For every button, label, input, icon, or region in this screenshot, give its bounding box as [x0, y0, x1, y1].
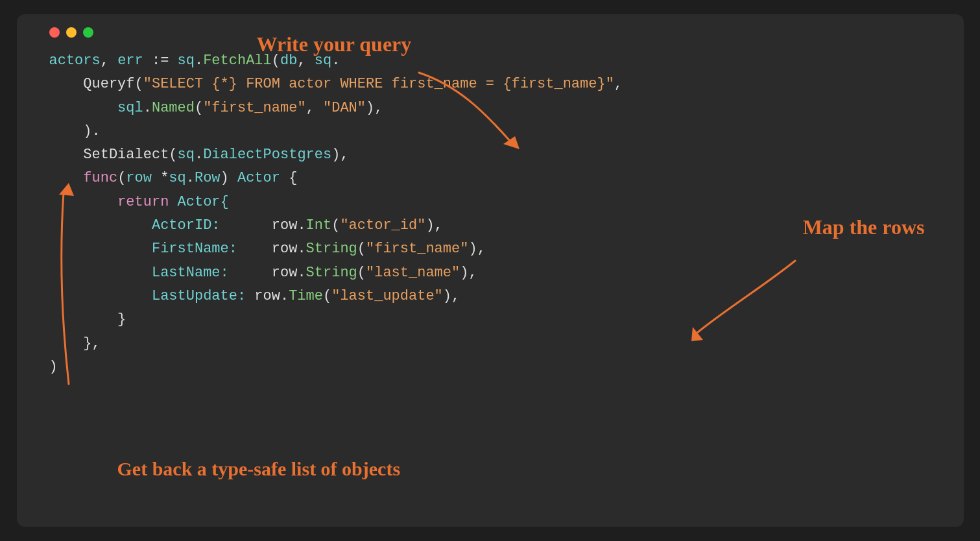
code-line-1: Queryf("SELECT {*} FROM actor WHERE firs… [49, 73, 931, 96]
code-token [49, 170, 84, 186]
code-token: ActorID: [49, 217, 246, 234]
code-token: FetchAll [203, 53, 272, 69]
code-token: "DAN" [323, 100, 366, 116]
annotation-type-safe: Get back a type-safe list of objects [117, 458, 401, 480]
code-token: . [195, 147, 203, 163]
code-token: DialectPostgres [203, 147, 331, 163]
code-token: Actor{ [169, 194, 228, 210]
code-token: . [297, 241, 305, 257]
code-line-4: SetDialect(sq.DialectPostgres), [49, 143, 931, 167]
code-token: Named [152, 100, 195, 116]
code-token: , [101, 53, 117, 69]
code-token: ), [331, 147, 348, 163]
code-line-13: ) [49, 355, 931, 379]
code-token: , [306, 100, 323, 116]
code-token: ), [468, 241, 485, 257]
code-token: "SELECT {*} FROM actor WHERE first_name … [143, 76, 614, 92]
code-token: row [246, 217, 297, 234]
code-token: ) [221, 170, 237, 186]
main-window: actors, err := sq.FetchAll(db, sq. Query… [17, 14, 964, 527]
code-token: Queryf( [49, 76, 143, 92]
code-token: sq [169, 170, 185, 186]
code-line-9: LastName: row.String("last_name"), [49, 261, 931, 285]
code-token: . [195, 53, 203, 69]
code-token: String [306, 241, 357, 257]
code-token: ), [425, 217, 442, 234]
code-token: "actor_id" [340, 217, 425, 234]
code-token: ( [323, 288, 331, 304]
code-token: ), [460, 265, 477, 281]
code-line-6: return Actor{ [49, 191, 931, 214]
code-token: { [280, 170, 297, 186]
code-line-5: func(row *sq.Row) Actor { [49, 167, 931, 190]
code-token: := [143, 53, 178, 69]
code-token: ) [49, 359, 58, 375]
code-token: . [280, 288, 289, 304]
code-token: ( [357, 241, 366, 257]
code-token: func [83, 170, 117, 186]
code-token: db [280, 53, 297, 69]
code-token: ( [331, 217, 340, 234]
code-token [49, 194, 118, 210]
code-token: sq [315, 53, 331, 69]
code-line-8: FirstName: row.String("first_name"), [49, 237, 931, 261]
code-token: ). [49, 123, 101, 139]
code-token: . [297, 265, 305, 281]
code-token: Actor [237, 170, 280, 186]
code-token: row [246, 288, 280, 304]
code-token: actors [49, 53, 101, 69]
code-token: "last_update" [331, 288, 443, 304]
code-token: FirstName: [49, 241, 246, 257]
code-line-3: ). [49, 120, 931, 143]
traffic-lights [49, 27, 931, 38]
code-line-7: ActorID: row.Int("actor_id"), [49, 214, 931, 237]
maximize-button[interactable] [83, 27, 93, 38]
code-token: sq [178, 147, 195, 163]
code-token: LastName: [49, 265, 246, 281]
code-token: Row [195, 170, 221, 186]
code-block: actors, err := sq.FetchAll(db, sq. Query… [49, 49, 931, 379]
code-token: ( [169, 147, 177, 163]
code-token: "first_name" [366, 241, 468, 257]
code-token: sql [49, 100, 143, 116]
code-token: Time [289, 288, 323, 304]
code-token: ( [117, 170, 126, 186]
code-line-10: LastUpdate: row.Time("last_update"), [49, 285, 931, 308]
code-token: sq [178, 53, 195, 69]
code-token: . [186, 170, 195, 186]
code-line-11: } [49, 308, 931, 331]
code-token: "last_name" [366, 265, 460, 281]
code-token: ( [195, 100, 203, 116]
code-token: , [614, 76, 623, 92]
minimize-button[interactable] [66, 27, 77, 38]
code-token: LastUpdate: [49, 288, 246, 304]
code-token: String [306, 265, 357, 281]
code-token: ( [272, 53, 280, 69]
code-token: . [297, 217, 305, 234]
code-token: . [143, 100, 152, 116]
code-token: row [246, 265, 297, 281]
code-token: * [152, 170, 169, 186]
code-token: "first_name" [203, 100, 305, 116]
code-token: , [297, 53, 314, 69]
code-token: err [117, 53, 143, 69]
code-token: } [49, 311, 126, 328]
code-token: ), [443, 288, 460, 304]
code-token: row [126, 170, 152, 186]
code-line-2: sql.Named("first_name", "DAN"), [49, 97, 931, 120]
code-token: return [117, 194, 169, 210]
code-token: ), [366, 100, 383, 116]
code-line-0: actors, err := sq.FetchAll(db, sq. [49, 49, 931, 73]
code-token: }, [49, 335, 101, 352]
code-token: row [246, 241, 297, 257]
code-token: ( [357, 265, 366, 281]
code-token: SetDialect [49, 147, 169, 163]
code-token: . [331, 53, 340, 69]
code-token: Int [306, 217, 332, 234]
close-button[interactable] [49, 27, 60, 38]
code-line-12: }, [49, 332, 931, 355]
